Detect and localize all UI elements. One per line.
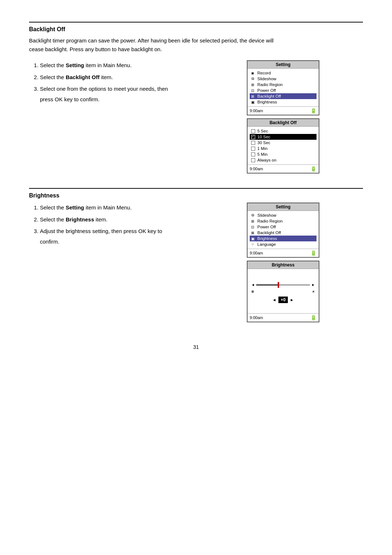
poweroff-label: Power Off bbox=[257, 88, 276, 93]
footer-time-3: 9:00am bbox=[250, 251, 263, 255]
brightness-icons-row: ✻ ☀ bbox=[250, 290, 317, 294]
brightness-value: +0 bbox=[278, 297, 288, 303]
backlight-off-instructions: Select the Setting item in Main Menu. Se… bbox=[29, 60, 232, 106]
brightness-thumb bbox=[278, 282, 279, 288]
language-icon: ☞ bbox=[250, 242, 256, 246]
brightness-slider-container: ◄ ► bbox=[250, 283, 317, 287]
poweroff-icon: ⊡ bbox=[250, 89, 256, 93]
brightness-steps: Select the Setting item in Main Menu. Se… bbox=[29, 203, 232, 247]
menu-row-brightness: ▣ Brightness bbox=[250, 99, 317, 105]
screen-header-setting-2: Setting bbox=[248, 203, 319, 211]
menu-row-language: ☞ Language bbox=[250, 241, 317, 247]
brightness-value-row: ◄ +0 ► bbox=[272, 297, 294, 303]
screen-footer-2: 9:00am 🔋 bbox=[248, 164, 319, 173]
option-5min: 5 Min bbox=[250, 151, 317, 157]
right-arrow-slider: ► bbox=[311, 283, 315, 287]
backlight-off-steps: Select the Setting item in Main Menu. Se… bbox=[29, 60, 232, 105]
bright-step-1: Select the Setting item in Main Menu. bbox=[40, 203, 232, 213]
high-brightness-icon: ☀ bbox=[312, 290, 315, 294]
brightness-slider-screen: Brightness ◄ ► ✻ ☀ bbox=[247, 261, 319, 322]
step-3: Select one from the options to meet your… bbox=[40, 84, 232, 105]
backlight-options-screen: Backlight Off 5 Sec 10 Sec 30 Sec bbox=[247, 118, 319, 174]
menu-row-backlightoff-2: ⊠ Backlight Off bbox=[250, 230, 317, 236]
menu-row-record: ◙ Record bbox=[250, 70, 317, 76]
screen-footer-3: 9:00am 🔋 bbox=[248, 249, 319, 257]
menu-row-backlightoff: ⊠ Backlight Off bbox=[250, 93, 317, 99]
battery-icon-2: 🔋 bbox=[310, 166, 317, 172]
screen-header-backlight: Backlight Off bbox=[248, 119, 319, 127]
backlightoff-icon: ⊠ bbox=[250, 94, 256, 98]
battery-icon-1: 🔋 bbox=[310, 108, 317, 114]
option-1min: 1 Min bbox=[250, 146, 317, 151]
backlightoff-icon-2: ⊠ bbox=[250, 231, 256, 235]
low-brightness-icon: ✻ bbox=[251, 290, 254, 294]
backlight-off-section: Backlight Off Backlight timer program ca… bbox=[29, 22, 363, 174]
footer-time-4: 9:00am bbox=[250, 315, 263, 320]
label-30sec: 30 Sec bbox=[257, 140, 270, 145]
menu-row-slideshow: ⧉ Slideshow bbox=[250, 76, 317, 82]
slideshow-label: Slideshow bbox=[257, 77, 276, 81]
label-5min: 5 Min bbox=[257, 152, 268, 156]
label-5sec: 5 Sec bbox=[257, 129, 268, 133]
screen-footer-1: 9:00am 🔋 bbox=[248, 106, 319, 115]
brightness-label-2: Brightness bbox=[257, 236, 277, 241]
label-1min: 1 Min bbox=[257, 146, 268, 151]
backlight-off-title: Backlight Off bbox=[29, 26, 363, 33]
slideshow-icon: ⧉ bbox=[250, 77, 256, 81]
bright-step-2: Select the Brightness item. bbox=[40, 215, 232, 225]
right-arrow-btn[interactable]: ► bbox=[290, 298, 294, 302]
screen-body-setting-2: ⧉ Slideshow ⊞ Radio Region ⊡ Power Off ⊠… bbox=[248, 211, 319, 249]
backlightoff-label-2: Backlight Off bbox=[257, 230, 281, 235]
brightness-icon-2: ▣ bbox=[250, 237, 256, 241]
backlightoff-label: Backlight Off bbox=[257, 94, 281, 98]
brightness-screens: Setting ⧉ Slideshow ⊞ Radio Region ⊡ Pow… bbox=[247, 203, 319, 322]
step-1: Select the Setting item in Main Menu. bbox=[40, 60, 232, 71]
checkbox-1min bbox=[251, 147, 255, 151]
radio-icon-2: ⊞ bbox=[250, 219, 256, 223]
option-30sec: 30 Sec bbox=[250, 140, 317, 146]
option-alwayson: Always on bbox=[250, 157, 317, 163]
checkbox-5sec bbox=[251, 129, 255, 133]
checkbox-5min bbox=[251, 152, 255, 156]
footer-time-2: 9:00am bbox=[250, 167, 263, 171]
screen-header-setting: Setting bbox=[248, 61, 319, 69]
brightness-title: Brightness bbox=[29, 192, 363, 199]
brightness-bar-filled bbox=[256, 284, 279, 286]
label-alwayson: Always on bbox=[257, 158, 276, 162]
checkbox-alwayson bbox=[251, 158, 255, 162]
radio-label-2: Radio Region bbox=[257, 219, 283, 223]
brightness-screen-body: ◄ ► ✻ ☀ ◄ +0 ► bbox=[248, 269, 319, 313]
section-divider-1 bbox=[29, 22, 363, 23]
option-10sec: 10 Sec bbox=[250, 134, 317, 140]
poweroff-label-2: Power Off bbox=[257, 225, 276, 229]
screen-header-brightness: Brightness bbox=[248, 261, 319, 269]
battery-icon-4: 🔋 bbox=[310, 315, 317, 321]
brightness-icon: ▣ bbox=[250, 100, 256, 104]
slideshow-icon-2: ⧉ bbox=[250, 213, 256, 217]
section-divider-2 bbox=[29, 188, 363, 189]
backlight-off-intro: Backlight timer program can save the pow… bbox=[29, 36, 283, 54]
screen-body-setting: ◙ Record ⧉ Slideshow ⊞ Radio Region ⊡ Po… bbox=[248, 69, 319, 106]
label-10sec: 10 Sec bbox=[257, 135, 270, 139]
radio-label: Radio Region bbox=[257, 82, 283, 87]
brightness-label: Brightness bbox=[257, 100, 277, 104]
record-icon: ◙ bbox=[250, 71, 256, 75]
left-arrow-btn[interactable]: ◄ bbox=[272, 298, 276, 302]
screen-footer-4: 9:00am 🔋 bbox=[248, 313, 319, 322]
backlight-off-content: Select the Setting item in Main Menu. Se… bbox=[29, 60, 363, 174]
menu-row-radio: ⊞ Radio Region bbox=[250, 82, 317, 87]
brightness-instructions: Select the Setting item in Main Menu. Se… bbox=[29, 203, 232, 248]
step-2: Select the Backlight Off item. bbox=[40, 72, 232, 83]
brightness-track bbox=[256, 284, 310, 286]
menu-row-slideshow-2: ⧉ Slideshow bbox=[250, 212, 317, 218]
brightness-section: Brightness Select the Setting item in Ma… bbox=[29, 188, 363, 322]
checkbox-30sec bbox=[251, 141, 255, 145]
left-arrow-slider: ◄ bbox=[251, 283, 255, 287]
screen-body-backlight: 5 Sec 10 Sec 30 Sec 1 Min bbox=[248, 127, 319, 164]
record-label: Record bbox=[257, 71, 271, 75]
slideshow-label-2: Slideshow bbox=[257, 213, 276, 217]
menu-row-radio-2: ⊞ Radio Region bbox=[250, 218, 317, 224]
setting-menu-screen-2: Setting ⧉ Slideshow ⊞ Radio Region ⊡ Pow… bbox=[247, 203, 319, 258]
setting-menu-screen: Setting ◙ Record ⧉ Slideshow ⊞ Radio Reg… bbox=[247, 60, 319, 115]
checkbox-10sec bbox=[251, 135, 255, 139]
